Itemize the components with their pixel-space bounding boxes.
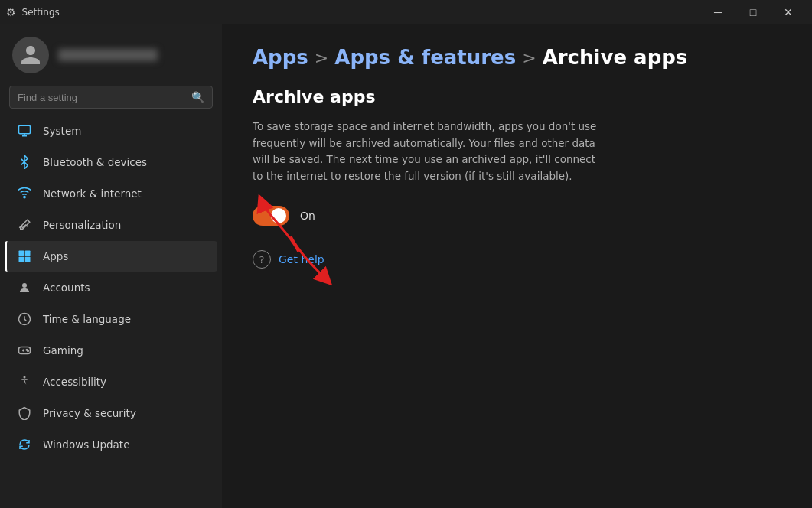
breadcrumb-sep1: > <box>315 48 328 67</box>
title-bar-title: Settings <box>22 7 60 18</box>
sidebar-item-label-personalization: Personalization <box>43 219 121 231</box>
sidebar-item-bluetooth[interactable]: Bluetooth & devices <box>5 147 217 177</box>
svg-rect-2 <box>19 251 24 256</box>
help-icon: ? <box>253 250 271 269</box>
privacy-icon <box>17 405 32 421</box>
breadcrumb: Apps > Apps & features > Archive apps <box>253 24 781 87</box>
svg-point-11 <box>24 376 26 379</box>
svg-point-6 <box>22 283 27 288</box>
system-icon <box>17 123 32 138</box>
sidebar-item-label-apps: Apps <box>43 250 68 262</box>
svg-rect-4 <box>19 257 24 262</box>
network-icon <box>17 186 32 201</box>
sidebar-item-label-update: Windows Update <box>43 438 129 451</box>
close-button[interactable]: ✕ <box>771 0 806 24</box>
svg-point-1 <box>24 196 25 197</box>
toggle-row: On <box>253 206 781 226</box>
gaming-icon <box>17 343 32 358</box>
title-bar-controls: ─ □ ✕ <box>700 0 806 24</box>
toggle-thumb <box>271 208 286 223</box>
app-container: 🔍 System Bluetooth & devices Networ <box>0 24 812 508</box>
time-icon <box>17 311 32 327</box>
sidebar-item-network[interactable]: Network & internet <box>5 178 217 209</box>
sidebar-item-update[interactable]: Windows Update <box>5 429 217 460</box>
search-box[interactable]: 🔍 <box>9 86 213 109</box>
settings-icon: ⚙ <box>6 6 16 18</box>
apps-icon <box>17 249 32 264</box>
sidebar-nav: System Bluetooth & devices Network & int… <box>0 115 222 461</box>
sidebar-item-label-time: Time & language <box>43 313 131 325</box>
search-input[interactable] <box>18 92 185 103</box>
breadcrumb-apps[interactable]: Apps <box>253 46 308 69</box>
sidebar-item-label-accessibility: Accessibility <box>43 376 106 388</box>
sidebar-item-label-system: System <box>43 125 81 137</box>
description: To save storage space and internet bandw… <box>253 119 605 184</box>
toggle-label: On <box>300 210 315 222</box>
sidebar-item-gaming[interactable]: Gaming <box>5 335 217 366</box>
accounts-icon <box>17 280 32 295</box>
toggle-track <box>253 206 289 226</box>
sidebar-item-label-bluetooth: Bluetooth & devices <box>43 156 147 168</box>
minimize-button[interactable]: ─ <box>700 0 735 24</box>
sidebar-item-label-accounts: Accounts <box>43 282 90 294</box>
sidebar-item-apps[interactable]: Apps <box>5 241 217 272</box>
svg-rect-3 <box>25 251 31 256</box>
archive-apps-toggle[interactable] <box>253 206 289 226</box>
accessibility-icon <box>17 374 32 389</box>
sidebar-item-accounts[interactable]: Accounts <box>5 272 217 303</box>
sidebar: 🔍 System Bluetooth & devices Networ <box>0 24 222 508</box>
avatar <box>12 37 49 73</box>
breadcrumb-sep2: > <box>522 48 536 67</box>
user-name <box>58 49 158 61</box>
title-bar: ⚙ Settings ─ □ ✕ <box>0 0 812 24</box>
main-content: Apps > Apps & features > Archive apps Ar… <box>222 24 812 508</box>
user-section <box>0 24 222 83</box>
personalization-icon <box>17 217 32 233</box>
maximize-button[interactable]: □ <box>735 0 771 24</box>
sidebar-item-label-privacy: Privacy & security <box>43 407 136 419</box>
breadcrumb-current: Archive apps <box>543 46 688 69</box>
search-icon: 🔍 <box>191 91 204 103</box>
update-icon <box>17 437 32 452</box>
get-help-label[interactable]: Get help <box>279 253 324 265</box>
sidebar-item-personalization[interactable]: Personalization <box>5 210 217 240</box>
sidebar-item-label-gaming: Gaming <box>43 344 83 357</box>
sidebar-item-privacy[interactable]: Privacy & security <box>5 398 217 428</box>
svg-rect-0 <box>19 125 31 134</box>
sidebar-item-accessibility[interactable]: Accessibility <box>5 366 217 397</box>
annotation-area: On <box>253 206 781 226</box>
sidebar-item-label-network: Network & internet <box>43 187 142 200</box>
bluetooth-icon <box>17 155 32 170</box>
page-title: Archive apps <box>253 87 781 106</box>
get-help-row[interactable]: ? Get help <box>253 250 781 269</box>
sidebar-item-time[interactable]: Time & language <box>5 304 217 334</box>
svg-rect-5 <box>25 257 31 262</box>
breadcrumb-apps-features[interactable]: Apps & features <box>334 46 516 69</box>
title-bar-left: ⚙ Settings <box>6 6 60 18</box>
svg-point-10 <box>28 350 29 352</box>
sidebar-item-system[interactable]: System <box>5 116 217 146</box>
user-avatar-icon <box>19 44 42 67</box>
